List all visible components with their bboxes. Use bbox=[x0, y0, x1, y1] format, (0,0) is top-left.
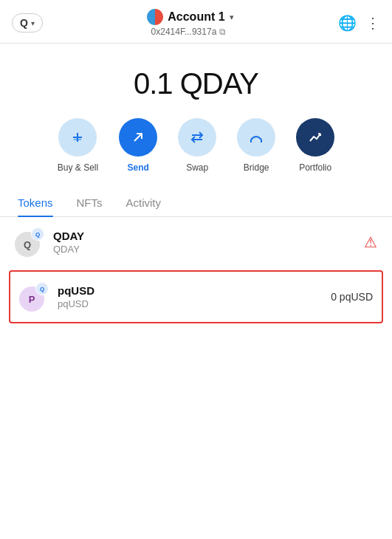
header: Q ▾ Account 1 ▾ 0x2414F...9317a ⧉ 🌐 ⋮ bbox=[0, 0, 392, 44]
token-item-qday[interactable]: Q Q QDAY QDAY ⚠ bbox=[0, 217, 392, 267]
bridge-icon bbox=[248, 129, 264, 145]
tab-tokens[interactable]: Tokens bbox=[18, 190, 53, 216]
token-item-pqusd[interactable]: P Q pqUSD pqUSD 0 pqUSD bbox=[9, 270, 383, 323]
buy-sell-label: Buy & Sell bbox=[58, 162, 98, 173]
copy-icon[interactable]: ⧉ bbox=[219, 27, 230, 37]
qday-symbol: QDAY bbox=[53, 244, 364, 255]
account-info: Account 1 ▾ 0x2414F...9317a ⧉ bbox=[147, 9, 233, 37]
qday-right: ⚠ bbox=[364, 233, 377, 251]
tabs-section: Tokens NFTs Activity bbox=[0, 190, 392, 217]
pqusd-name: pqUSD bbox=[58, 284, 331, 297]
balance-amount: 0.1 QDAY bbox=[134, 67, 258, 100]
account-address-row: 0x2414F...9317a ⧉ bbox=[151, 27, 230, 37]
account-chevron-icon[interactable]: ▾ bbox=[230, 13, 234, 22]
bridge-action[interactable]: Bridge bbox=[237, 118, 275, 173]
send-circle bbox=[119, 118, 157, 157]
account-name: Account 1 bbox=[168, 10, 224, 24]
buy-sell-circle bbox=[58, 118, 97, 157]
buy-sell-action[interactable]: Buy & Sell bbox=[58, 118, 98, 173]
qday-badge: Q bbox=[31, 227, 44, 241]
send-icon bbox=[130, 129, 146, 145]
qday-avatar: Q Q bbox=[15, 227, 44, 257]
account-address-text: 0x2414F...9317a bbox=[151, 27, 217, 37]
pqusd-balance: 0 pqUSD bbox=[331, 291, 373, 303]
swap-action[interactable]: Swap bbox=[178, 118, 216, 173]
actions-section: Buy & Sell Send Swap bbox=[0, 118, 392, 190]
pqusd-symbol: pqUSD bbox=[58, 298, 331, 309]
network-chevron-icon: ▾ bbox=[31, 19, 35, 27]
send-action[interactable]: Send bbox=[119, 118, 157, 173]
warning-icon: ⚠ bbox=[364, 233, 377, 251]
swap-label: Swap bbox=[186, 162, 208, 173]
portfolio-action[interactable]: Portfolio bbox=[296, 118, 334, 173]
account-title-row: Account 1 ▾ bbox=[147, 9, 233, 25]
portfolio-label: Portfolio bbox=[299, 162, 331, 173]
globe-icon[interactable]: 🌐 bbox=[338, 14, 357, 32]
qday-name: QDAY bbox=[53, 230, 364, 242]
buy-sell-icon bbox=[69, 129, 86, 145]
bridge-circle bbox=[237, 118, 275, 157]
swap-icon bbox=[189, 129, 205, 145]
header-actions: 🌐 ⋮ bbox=[338, 14, 380, 32]
svg-line-3 bbox=[134, 134, 142, 141]
portfolio-circle bbox=[296, 118, 334, 157]
swap-circle bbox=[178, 118, 216, 157]
balance-section: 0.1 QDAY bbox=[0, 44, 392, 118]
token-list: Q Q QDAY QDAY ⚠ P Q pqUSD pqUSD 0 pqUSD bbox=[0, 217, 392, 323]
network-letter: Q bbox=[20, 17, 28, 29]
network-selector[interactable]: Q ▾ bbox=[12, 13, 43, 32]
more-options-icon[interactable]: ⋮ bbox=[365, 14, 380, 32]
pqusd-info: pqUSD pqUSD bbox=[58, 284, 331, 309]
pqusd-avatar: P Q bbox=[19, 282, 49, 312]
tab-activity[interactable]: Activity bbox=[126, 190, 162, 216]
portfolio-icon bbox=[307, 129, 323, 145]
tab-nfts[interactable]: NFTs bbox=[77, 190, 103, 216]
pqusd-badge: Q bbox=[35, 282, 49, 295]
qday-info: QDAY QDAY bbox=[53, 230, 364, 255]
send-label: Send bbox=[128, 162, 149, 173]
bridge-label: Bridge bbox=[244, 162, 269, 173]
pqusd-right: 0 pqUSD bbox=[331, 291, 373, 303]
account-logo-icon bbox=[147, 9, 163, 25]
